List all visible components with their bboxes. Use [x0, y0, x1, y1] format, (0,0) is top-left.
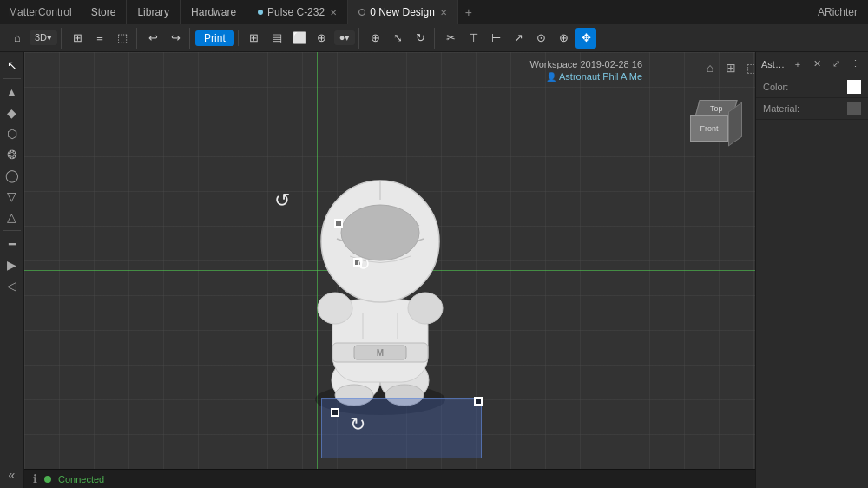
app-title: MatterControl — [0, 6, 81, 18]
sidebar-leftarrow-icon[interactable]: ◁ — [3, 276, 22, 295]
select-button[interactable]: ✥ — [575, 28, 596, 49]
sidebar-triangle-icon[interactable]: ▲ — [3, 82, 22, 102]
new-design-circle-icon — [358, 9, 365, 16]
toolbar: ⌂ 3D▾ ⊞ ≡ ⬚ ↩ ↪ Print ⊞ ▤ ⬜ ⊕ ●▾ ⊕ ⤡ ↻ ✂… — [0, 24, 868, 52]
connection-status-label: Connected — [58, 474, 104, 485]
vp-frame-icon[interactable]: ⬚ — [743, 59, 755, 76]
workspace-user: 👤 Astronaut Phil A Me — [546, 71, 642, 82]
vp-home-icon[interactable]: ⌂ — [701, 59, 719, 76]
tab-pulse-label: Pulse C-232 — [267, 6, 325, 18]
cube-front-face[interactable]: Front — [690, 115, 728, 142]
connection-status-dot — [44, 476, 51, 483]
user-avatar-icon: 👤 — [546, 72, 556, 82]
sidebar-cone-icon[interactable]: ▽ — [3, 187, 22, 206]
scale-button[interactable]: ⤡ — [387, 28, 408, 49]
print-button[interactable]: Print — [195, 30, 234, 46]
sidebar-bottom: « — [3, 465, 22, 485]
astronaut-model[interactable]: M — [285, 165, 476, 417]
rotate-handle-bl[interactable]: ↻ — [350, 413, 365, 436]
sidebar-blob-icon[interactable]: ❂ — [3, 145, 22, 164]
toolbar-group-view: ⊞ ≡ ⬚ — [63, 28, 137, 49]
tab-pulse-close[interactable]: ✕ — [330, 8, 337, 17]
tab-new-design-label: 0 New Design — [370, 6, 435, 18]
vp-grid-icon[interactable]: ⊞ — [722, 59, 740, 76]
sidebar-arrow-icon[interactable]: ▶ — [3, 255, 22, 274]
sidebar-collapse-icon[interactable]: « — [3, 465, 22, 485]
main-area: ↖ ▲ ◆ ⬡ ❂ ◯ ▽ △ ━ ▶ ◁ « — [0, 52, 868, 488]
viewport-icons: ⌂ ⊞ ⬚ 📊 — [701, 59, 755, 76]
statusbar: ℹ Connected — [24, 469, 755, 488]
left-sidebar: ↖ ▲ ◆ ⬡ ❂ ◯ ▽ △ ━ ▶ ◁ « — [0, 52, 24, 488]
rp-expand-button[interactable]: ⤢ — [828, 56, 844, 72]
wireframe-button[interactable]: ⬚ — [112, 28, 133, 49]
sidebar-diamond-icon[interactable]: ◆ — [3, 103, 22, 122]
handle-bottom-right[interactable] — [474, 397, 483, 406]
rp-add-button[interactable]: + — [790, 56, 806, 72]
sidebar-hex-icon[interactable]: ⬡ — [3, 124, 22, 143]
cube-front-label: Front — [700, 124, 718, 133]
top-navigation: MatterControl Store Library Hardware Pul… — [0, 0, 868, 24]
layers-button[interactable]: ≡ — [89, 28, 110, 49]
toolbar-group-tools: ✂ ⊤ ⊢ ↗ ⊙ ⊕ ✥ — [437, 28, 600, 49]
measure-button[interactable]: ⊢ — [485, 28, 506, 49]
sidebar-separator-1 — [3, 78, 21, 79]
toolbar-group-transform: ⊕ ⤡ ↻ — [361, 28, 435, 49]
cursor-button[interactable]: ↗ — [508, 28, 529, 49]
sidebar-circle-icon[interactable]: ◯ — [3, 166, 22, 185]
tab-store-label: Store — [91, 6, 116, 18]
rp-more-button[interactable]: ⋮ — [847, 56, 863, 72]
grid-button[interactable]: ⊞ — [67, 28, 88, 49]
tab-new-design-close[interactable]: ✕ — [440, 8, 447, 17]
nav-tabs: Store Library Hardware Pulse C-232 ✕ 0 N… — [81, 0, 479, 24]
cut-button[interactable]: ✂ — [440, 28, 461, 49]
material-label: Material: — [763, 103, 811, 114]
redo-button[interactable]: ↪ — [165, 28, 186, 49]
handle-top[interactable] — [334, 219, 343, 228]
color-dropdown[interactable]: ●▾ — [334, 30, 356, 45]
svg-point-10 — [408, 293, 443, 324]
sidebar-pyramid-icon[interactable]: △ — [3, 208, 22, 227]
right-panel-header: Astronaut P + ✕ ⤢ ⋮ — [756, 52, 868, 76]
rotate-handle-tr[interactable]: ↻ — [356, 254, 371, 274]
tab-new-design[interactable]: 0 New Design ✕ — [348, 0, 458, 24]
svg-point-9 — [318, 293, 352, 324]
sidebar-separator-2 — [3, 230, 21, 231]
align-button[interactable]: ▤ — [266, 28, 287, 49]
boolean-button[interactable]: ⊕ — [312, 28, 332, 49]
right-panel: Astronaut P + ✕ ⤢ ⋮ Color: Material: — [755, 52, 868, 488]
toolbar-group-arrange: ⊞ ▤ ⬜ ⊕ ●▾ — [240, 28, 360, 49]
viewport-3d[interactable]: M ↺ ↻ ↻ — [24, 52, 755, 488]
rotate-handle-tl[interactable]: ↺ — [274, 189, 290, 212]
rotate-button[interactable]: ↻ — [410, 28, 431, 49]
statusbar-info-icon: ℹ — [33, 472, 37, 485]
tab-hardware[interactable]: Hardware — [181, 0, 247, 24]
mirror-button[interactable]: ⬜ — [289, 28, 310, 49]
selection-box — [321, 398, 482, 458]
tab-pulse[interactable]: Pulse C-232 ✕ — [247, 0, 348, 24]
pulse-dot-icon — [258, 10, 263, 15]
tab-store[interactable]: Store — [81, 0, 128, 24]
toolbar-group-home: ⌂ 3D▾ — [3, 28, 62, 49]
color-swatch[interactable] — [847, 80, 861, 94]
material-swatch[interactable] — [847, 102, 861, 115]
sidebar-line-icon[interactable]: ━ — [3, 234, 22, 254]
move-button[interactable]: ⊕ — [365, 28, 385, 49]
orbit-button[interactable]: ⊙ — [530, 28, 551, 49]
rp-close-button[interactable]: ✕ — [809, 56, 825, 72]
support-button[interactable]: ⊤ — [463, 28, 483, 49]
undo-button[interactable]: ↩ — [142, 28, 163, 49]
view-dropdown[interactable]: 3D▾ — [30, 30, 57, 45]
zoom-button[interactable]: ⊕ — [553, 28, 574, 49]
color-row: Color: — [756, 76, 868, 98]
handle-bottom-left[interactable] — [331, 408, 339, 417]
color-label: Color: — [763, 82, 811, 92]
add-tab-icon: + — [465, 5, 472, 19]
svg-text:M: M — [377, 348, 384, 358]
add-tab-button[interactable]: + — [458, 0, 479, 24]
home-button[interactable]: ⌂ — [7, 28, 28, 49]
view-cube[interactable]: Top Front — [690, 100, 742, 156]
arrange-button[interactable]: ⊞ — [244, 28, 265, 49]
tab-library[interactable]: Library — [127, 0, 181, 24]
user-label: ARichter — [807, 6, 868, 18]
sidebar-select-icon[interactable]: ↖ — [3, 56, 22, 75]
